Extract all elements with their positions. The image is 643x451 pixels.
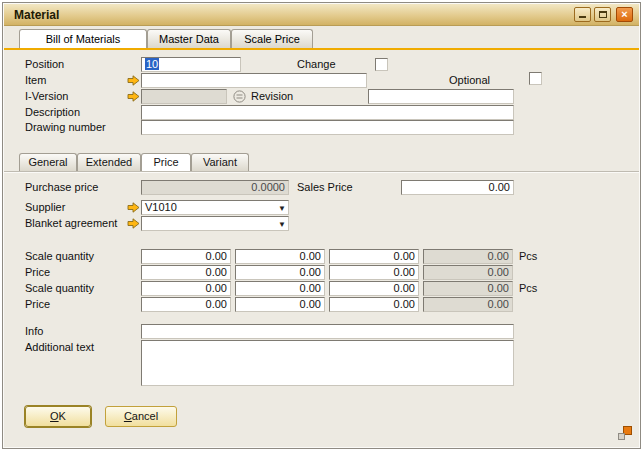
cancel-label: Cancel	[106, 407, 176, 426]
change-label: Change	[297, 57, 336, 72]
drawing-number-input[interactable]	[141, 120, 514, 135]
tab-extended[interactable]: Extended	[77, 153, 141, 171]
scale-quantity-input[interactable]: 0.00	[141, 249, 231, 264]
maximize-button[interactable]	[594, 7, 611, 22]
sales-price-label: Sales Price	[297, 180, 353, 195]
position-input[interactable]: 10	[141, 57, 241, 72]
scale-quantity-input: 0.00	[423, 249, 513, 264]
unit-label: Pcs	[519, 281, 537, 296]
material-dialog: Material × Bill of Materials Master Data…	[2, 2, 641, 449]
price-input[interactable]: 0.00	[329, 297, 419, 312]
drawing-number-label: Drawing number	[25, 120, 106, 135]
link-arrow-icon[interactable]	[127, 91, 140, 102]
scale-quantity-input[interactable]: 0.00	[329, 281, 419, 296]
position-selected-text: 10	[145, 58, 159, 70]
scale-quantity-label: Scale quantity	[25, 281, 94, 296]
tab-master-data[interactable]: Master Data	[147, 29, 231, 48]
sales-price-input[interactable]: 0.00	[401, 180, 514, 195]
window-title: Material	[14, 8, 59, 22]
inner-tab-divider	[4, 171, 639, 172]
minimize-button[interactable]	[574, 7, 591, 22]
dropdown-icon[interactable]: ▼	[278, 219, 286, 230]
scale-quantity-label: Scale quantity	[25, 249, 94, 264]
titlebar[interactable]: Material ×	[4, 4, 639, 26]
tab-variant[interactable]: Variant	[191, 153, 249, 171]
grip-square-gray	[618, 433, 625, 440]
unit-label: Pcs	[519, 249, 537, 264]
item-input[interactable]	[141, 73, 367, 88]
change-checkbox[interactable]	[375, 58, 388, 71]
optional-checkbox[interactable]	[529, 72, 542, 85]
price-row-label: Price	[25, 265, 50, 280]
optional-label: Optional	[449, 73, 490, 88]
description-input[interactable]	[141, 105, 514, 120]
blanket-agreement-label: Blanket agreement	[25, 216, 117, 231]
price-input[interactable]: 0.00	[329, 265, 419, 280]
cancel-button[interactable]: Cancel	[105, 406, 177, 427]
price-input[interactable]: 0.00	[235, 297, 325, 312]
scale-quantity-input[interactable]: 0.00	[141, 281, 231, 296]
tab-bill-of-materials[interactable]: Bill of Materials	[19, 29, 147, 48]
additional-text-label: Additional text	[25, 340, 94, 355]
resize-grip-icon[interactable]	[618, 426, 632, 440]
scale-quantity-input[interactable]: 0.00	[329, 249, 419, 264]
link-arrow-icon[interactable]	[127, 202, 140, 213]
dropdown-icon[interactable]: ▼	[278, 203, 286, 214]
info-input[interactable]	[141, 324, 514, 339]
purchase-price-label: Purchase price	[25, 180, 98, 195]
item-label: Item	[25, 73, 46, 88]
supplier-value: V1010	[145, 202, 177, 213]
tab-price[interactable]: Price	[141, 153, 191, 171]
close-button[interactable]: ×	[616, 7, 633, 22]
scale-quantity-input[interactable]: 0.00	[235, 249, 325, 264]
iversion-label: I-Version	[25, 89, 68, 104]
price-input[interactable]: 0.00	[141, 297, 231, 312]
scale-quantity-input[interactable]: 0.00	[235, 281, 325, 296]
price-input: 0.00	[423, 265, 513, 280]
purchase-price-input: 0.0000	[141, 180, 289, 195]
description-label: Description	[25, 105, 80, 120]
revision-label: Revision	[251, 89, 293, 104]
close-icon: ×	[621, 8, 627, 20]
link-arrow-icon[interactable]	[127, 218, 140, 229]
ok-button[interactable]: OK	[25, 406, 91, 427]
revision-input[interactable]	[368, 89, 514, 104]
iversion-input	[141, 89, 227, 104]
tab-accent-line	[4, 48, 639, 50]
price-input[interactable]: 0.00	[141, 265, 231, 280]
tab-scale-price[interactable]: Scale Price	[231, 29, 313, 48]
blanket-agreement-select[interactable]: ▼	[141, 216, 289, 231]
tab-general[interactable]: General	[19, 153, 77, 171]
price-row-label: Price	[25, 297, 50, 312]
additional-text-input[interactable]	[141, 340, 514, 386]
link-arrow-icon[interactable]	[127, 75, 140, 86]
price-input: 0.00	[423, 297, 513, 312]
supplier-select[interactable]: V1010 ▼	[141, 200, 289, 215]
position-label: Position	[25, 57, 64, 72]
info-label: Info	[25, 324, 43, 339]
scale-quantity-input: 0.00	[423, 281, 513, 296]
ok-label: OK	[26, 407, 90, 426]
price-input[interactable]: 0.00	[235, 265, 325, 280]
maximize-icon	[599, 11, 607, 18]
supplier-label: Supplier	[25, 200, 65, 215]
minimize-icon	[579, 16, 586, 18]
value-help-icon[interactable]	[233, 90, 246, 103]
